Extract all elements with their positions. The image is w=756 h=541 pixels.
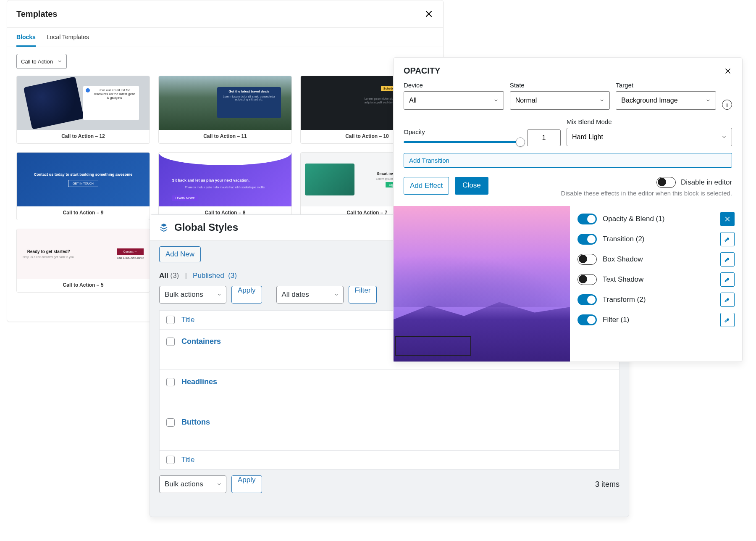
slider-handle[interactable]	[516, 137, 525, 147]
filter-all[interactable]: All	[159, 272, 168, 280]
template-label: Call to Action – 11	[159, 130, 291, 143]
template-card[interactable]: Contact us today to start building somet…	[16, 152, 150, 220]
chevron-down-icon	[722, 135, 727, 140]
template-label: Call to Action – 9	[17, 206, 150, 220]
disable-in-editor-toggle[interactable]	[656, 177, 676, 188]
category-row: Call to Action	[7, 47, 443, 76]
mix-blend-field: Mix Blend Mode Hard Light	[567, 118, 732, 146]
filter-published[interactable]: Published	[193, 272, 224, 280]
wrench-icon[interactable]	[720, 293, 735, 307]
opacity-slider[interactable]	[404, 138, 521, 146]
tab-blocks[interactable]: Blocks	[16, 28, 36, 47]
effect-item-opacity-blend: Opacity & Blend (1)	[578, 212, 735, 226]
close-icon[interactable]	[424, 9, 434, 19]
opacity-input[interactable]	[527, 129, 561, 146]
row-checkbox[interactable]	[166, 418, 175, 427]
table-row: Headlines	[160, 370, 619, 410]
templates-header: Templates	[7, 0, 443, 28]
effects-list: Opacity & Blend (1) Transition (2) Box S…	[570, 206, 742, 362]
effect-toggle[interactable]	[578, 214, 597, 224]
column-title[interactable]: Title	[181, 456, 195, 464]
effects-preview	[394, 206, 570, 362]
tab-local-templates[interactable]: Local Templates	[47, 28, 89, 47]
close-icon[interactable]	[724, 67, 732, 75]
effect-item-transform: Transform (2)	[578, 293, 735, 307]
template-card[interactable]: Get the latest travel dealsLorem ipsum d…	[158, 76, 292, 144]
effects-header: OPACITY	[394, 58, 742, 78]
template-thumbnail: Get the latest travel dealsLorem ipsum d…	[159, 76, 291, 130]
effects-lower: Opacity & Blend (1) Transition (2) Box S…	[394, 206, 742, 362]
disable-in-editor: Disable in editor Disable these effects …	[561, 177, 732, 197]
effect-toggle[interactable]	[578, 294, 597, 305]
add-new-button[interactable]: Add New	[159, 246, 201, 262]
row-title-link[interactable]: Containers	[181, 337, 221, 346]
close-button[interactable]: Close	[455, 177, 488, 195]
state-select[interactable]: Normal	[510, 91, 610, 110]
device-select[interactable]: All	[404, 91, 504, 110]
effect-toggle[interactable]	[578, 254, 597, 265]
row-checkbox[interactable]	[166, 338, 175, 346]
effect-item-box-shadow: Box Shadow	[578, 252, 735, 267]
select-all-checkbox[interactable]	[166, 316, 175, 324]
add-transition-button[interactable]: Add Transition	[404, 153, 732, 168]
template-card[interactable]: Ready to get started?Drop us a line and …	[16, 229, 150, 293]
filter-button[interactable]: Filter	[349, 286, 377, 303]
item-count: 3 items	[595, 480, 620, 489]
device-field: Device All	[404, 82, 504, 110]
category-value: Call to Action	[21, 58, 53, 65]
row-checkbox[interactable]	[166, 378, 175, 386]
info-icon[interactable]: i	[722, 100, 732, 110]
table-foot: Title	[160, 451, 619, 469]
date-filter-select[interactable]: All dates	[276, 286, 344, 303]
chevron-down-icon	[706, 98, 711, 103]
page-title: Global Styles	[174, 222, 238, 233]
template-thumbnail: Ready to get started?Drop us a line and …	[17, 229, 150, 279]
effects-title: OPACITY	[404, 66, 440, 76]
add-transition-row: Add Transition	[394, 146, 742, 168]
selection-outline	[395, 336, 471, 356]
bulk-actions-select[interactable]: Bulk actions	[159, 475, 226, 493]
target-select[interactable]: Background Image	[616, 91, 716, 110]
chevron-down-icon	[57, 59, 62, 64]
wrench-icon[interactable]	[720, 252, 735, 267]
chevron-down-icon	[599, 98, 604, 103]
effects-footer: Add Effect Close Disable in editor Disab…	[394, 168, 742, 206]
chevron-down-icon	[494, 98, 499, 103]
effect-toggle[interactable]	[578, 274, 597, 285]
chevron-down-icon	[217, 292, 222, 297]
category-select[interactable]: Call to Action	[16, 54, 67, 69]
template-label: Call to Action – 5	[17, 279, 150, 292]
templates-tabs: Blocks Local Templates	[7, 28, 443, 47]
effect-item-text-shadow: Text Shadow	[578, 272, 735, 287]
templates-title: Templates	[16, 9, 57, 19]
effects-target-row: Device All State Normal Target Backgroun…	[394, 78, 742, 110]
row-title-link[interactable]: Buttons	[181, 418, 210, 427]
bulk-actions-select[interactable]: Bulk actions	[159, 286, 226, 303]
effect-item-filter: Filter (1)	[578, 313, 735, 327]
select-all-checkbox[interactable]	[166, 456, 175, 464]
row-title-link[interactable]: Headlines	[181, 377, 217, 386]
add-effect-button[interactable]: Add Effect	[404, 177, 449, 195]
template-card[interactable]: Sit back and let us plan your next vacat…	[158, 152, 292, 220]
effect-toggle[interactable]	[578, 234, 597, 245]
mix-blend-select[interactable]: Hard Light	[567, 128, 732, 146]
target-field: Target Background Image	[616, 82, 716, 110]
remove-icon[interactable]	[720, 212, 735, 226]
wrench-icon[interactable]	[720, 272, 735, 287]
chevron-down-icon	[217, 482, 222, 487]
wrench-icon[interactable]	[720, 232, 735, 246]
effect-item-transition: Transition (2)	[578, 232, 735, 246]
apply-button[interactable]: Apply	[231, 475, 262, 493]
apply-button[interactable]: Apply	[231, 286, 262, 303]
effect-toggle[interactable]	[578, 314, 597, 325]
column-title[interactable]: Title	[181, 316, 195, 324]
template-thumbnail: Sit back and let us plan your next vacat…	[159, 153, 291, 206]
bulk-actions-bottom: Bulk actions Apply 3 items	[159, 475, 620, 493]
chevron-down-icon	[334, 292, 339, 297]
template-card[interactable]: Join our email list for discounts on the…	[16, 76, 150, 144]
wrench-icon[interactable]	[720, 313, 735, 327]
opacity-value-field	[527, 120, 561, 146]
table-row: Buttons	[160, 410, 619, 451]
state-field: State Normal	[510, 82, 610, 110]
opacity-slider-field: Opacity	[404, 128, 521, 146]
